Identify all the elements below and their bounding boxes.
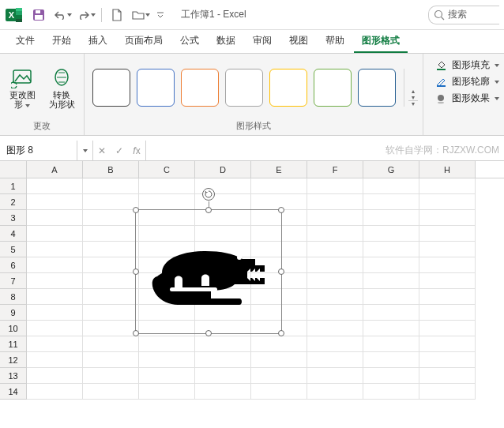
row-header-3[interactable]: 3 [0,210,27,226]
cell-G2[interactable] [363,194,419,210]
cell-F13[interactable] [307,368,363,384]
resize-handle-tr[interactable] [278,207,284,213]
resize-handle-bm[interactable] [205,330,212,336]
change-graphic-button[interactable]: 更改图形 [5,65,39,111]
cell-D11[interactable] [195,336,251,352]
cell-A14[interactable] [27,384,83,400]
shape-outline-button[interactable]: 图形轮廓 [434,75,499,88]
resize-handle-tl[interactable] [133,207,139,213]
cell-C11[interactable] [139,336,195,352]
cell-F14[interactable] [307,384,363,400]
style-swatch-5[interactable] [269,69,307,107]
cell-H12[interactable] [419,352,476,368]
redo-button[interactable] [76,5,96,25]
cell-G3[interactable] [363,210,419,226]
cell-A9[interactable] [27,305,83,321]
style-swatch-4[interactable] [225,69,263,107]
cancel-formula-button[interactable]: ✕ [93,145,111,156]
cell-G8[interactable] [363,289,419,305]
enter-formula-button[interactable]: ✓ [111,145,128,156]
new-file-button[interactable] [107,5,127,25]
cell-H11[interactable] [419,336,476,352]
tab-insert[interactable]: 插入 [81,29,115,53]
column-header-D[interactable]: D [195,161,251,178]
search-box[interactable]: 搜索 [428,6,499,24]
cell-H5[interactable] [419,242,476,257]
cell-F10[interactable] [307,321,363,336]
cell-C14[interactable] [139,384,195,400]
cell-F9[interactable] [307,305,363,321]
style-swatch-3[interactable] [181,69,219,107]
style-swatch-6[interactable] [314,69,352,107]
tab-formulas[interactable]: 公式 [172,29,207,53]
column-header-E[interactable]: E [251,161,307,178]
formula-bar[interactable]: 软件自学网：RJZXW.COM [146,141,504,160]
cell-A1[interactable] [27,178,83,194]
cell-B3[interactable] [83,210,139,226]
cell-A11[interactable] [27,336,83,352]
cell-B9[interactable] [83,305,139,321]
column-header-B[interactable]: B [83,161,139,178]
cell-E12[interactable] [251,352,307,368]
cell-G14[interactable] [363,384,419,400]
cell-A12[interactable] [27,352,83,368]
cell-E14[interactable] [251,384,307,400]
cell-E11[interactable] [251,336,307,352]
cell-H7[interactable] [419,273,476,289]
cell-G13[interactable] [363,368,419,384]
tab-data[interactable]: 数据 [209,29,243,53]
cell-F5[interactable] [307,242,363,257]
row-header-13[interactable]: 13 [0,368,27,384]
tab-page-layout[interactable]: 页面布局 [117,29,171,53]
row-header-11[interactable]: 11 [0,336,27,352]
cell-F2[interactable] [307,194,363,210]
cell-H6[interactable] [419,257,476,273]
cell-F8[interactable] [307,289,363,305]
cell-G1[interactable] [363,178,419,194]
cell-F3[interactable] [307,210,363,226]
cell-F6[interactable] [307,257,363,273]
cell-B5[interactable] [83,242,139,257]
column-header-H[interactable]: H [419,161,476,178]
cell-B4[interactable] [83,226,139,242]
cell-A6[interactable] [27,257,83,273]
undo-button[interactable] [52,5,73,25]
row-header-2[interactable]: 2 [0,194,27,210]
qat-customize-button[interactable] [154,5,167,25]
shape-fill-button[interactable]: 图形填充 [434,58,499,72]
cell-A13[interactable] [27,368,83,384]
shape-effects-button[interactable]: 图形效果 [434,92,499,105]
cell-A3[interactable] [27,210,83,226]
cell-D12[interactable] [195,352,251,368]
cell-F4[interactable] [307,226,363,242]
cell-H2[interactable] [419,194,476,210]
row-header-14[interactable]: 14 [0,384,27,400]
cell-F1[interactable] [307,178,363,194]
tab-home[interactable]: 开始 [44,29,79,53]
cell-B10[interactable] [83,321,139,336]
tab-help[interactable]: 帮助 [318,29,352,53]
resize-handle-ml[interactable] [133,268,139,275]
cell-A2[interactable] [27,194,83,210]
cell-A8[interactable] [27,289,83,305]
cell-H10[interactable] [419,321,476,336]
cell-A5[interactable] [27,242,83,257]
column-header-G[interactable]: G [363,161,419,178]
open-file-button[interactable] [130,5,151,25]
cell-D13[interactable] [195,368,251,384]
cell-B12[interactable] [83,352,139,368]
cell-A7[interactable] [27,273,83,289]
cell-C13[interactable] [139,368,195,384]
cell-B14[interactable] [83,384,139,400]
cell-G7[interactable] [363,273,419,289]
row-header-6[interactable]: 6 [0,257,27,273]
cell-G10[interactable] [363,321,419,336]
cell-A10[interactable] [27,321,83,336]
cell-B8[interactable] [83,289,139,305]
column-header-F[interactable]: F [307,161,363,178]
style-swatch-2[interactable] [137,69,175,107]
resize-handle-mr[interactable] [278,268,284,275]
cell-G5[interactable] [363,242,419,257]
cell-F11[interactable] [307,336,363,352]
row-header-8[interactable]: 8 [0,289,27,305]
